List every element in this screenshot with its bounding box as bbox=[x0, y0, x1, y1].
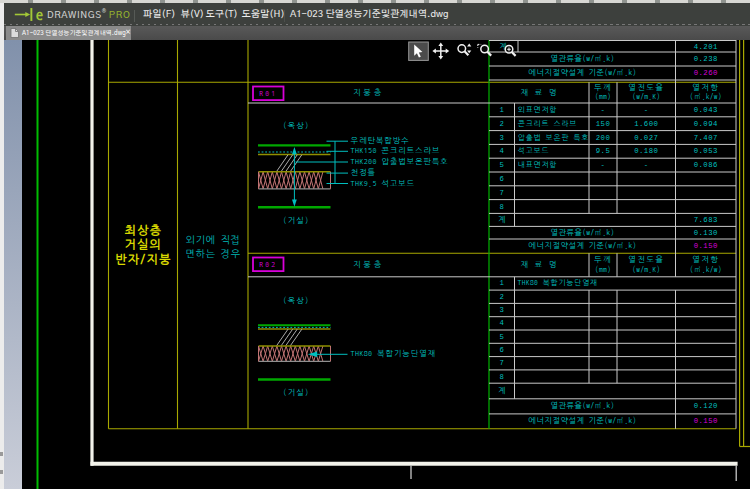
tab-close-icon[interactable]: × bbox=[126, 28, 131, 38]
row-resistance: 0.043 bbox=[694, 106, 718, 114]
col-header-thickness-unit: (mm) bbox=[595, 92, 611, 101]
diagram-below-label: (거실) bbox=[283, 216, 309, 225]
callout-label: THK9.5 석고보드 bbox=[351, 179, 415, 188]
sum-row-label: 계 bbox=[498, 386, 506, 395]
section-title: 지붕층 bbox=[353, 260, 384, 269]
logo-name: DRAWINGS® bbox=[47, 9, 107, 21]
detail-badge-label: R01 bbox=[259, 90, 277, 98]
dimension-arrow-down bbox=[292, 200, 297, 207]
row-material-name: 압출법 보온판 특호 bbox=[518, 134, 590, 142]
col-header-conductivity: 열전도율 bbox=[628, 83, 664, 92]
row-conductivity: - bbox=[644, 106, 649, 114]
callout-label: THK150 콘크리트스라브 bbox=[351, 146, 441, 155]
upper-e-value: 0.260 bbox=[694, 69, 718, 77]
titlebar-divider bbox=[134, 10, 135, 22]
col-header-resistance-unit: (㎡.k/w) bbox=[690, 92, 722, 101]
row-number: 4 bbox=[500, 147, 505, 155]
col-header-resistance-unit: (㎡.k/w) bbox=[690, 265, 722, 274]
cad-drawing: 계 4.201 열관류율(w/㎡.k) 0.238 에너지절약설계 기준(w/㎡… bbox=[0, 40, 750, 489]
upper-e-label: 에너지절약설계 기준(w/㎡.k) bbox=[528, 68, 636, 77]
leader-diagonal bbox=[281, 329, 293, 346]
row-thickness: - bbox=[601, 161, 606, 169]
condition-label: 외기에 직접 bbox=[185, 234, 240, 245]
leader-diagonal bbox=[277, 155, 289, 172]
row-number: 4 bbox=[500, 319, 505, 327]
e-standard-label: 에너지절약설계 기준(w/㎡.k) bbox=[528, 241, 636, 250]
leader-diagonal bbox=[286, 329, 298, 346]
e-standard-label: 에너지절약설계 기준(w/㎡.k) bbox=[528, 416, 636, 425]
col-header-name: 재 료 명 bbox=[520, 88, 558, 97]
row-resistance: 0.053 bbox=[694, 147, 718, 155]
leader-diagonal bbox=[290, 329, 302, 346]
tool-select-button[interactable] bbox=[409, 42, 429, 60]
row-material-name: 콘크리트 스라브 bbox=[518, 120, 578, 128]
row-material-name: THK80 복합기능단열재 bbox=[518, 279, 598, 287]
row-thickness: 200 bbox=[596, 134, 610, 142]
col-header-resistance: 열저항 bbox=[692, 255, 719, 264]
row-number: 3 bbox=[500, 306, 504, 314]
row-number: 8 bbox=[500, 373, 504, 381]
row-conductivity: - bbox=[644, 161, 649, 169]
row-conductivity: 0.180 bbox=[634, 147, 658, 155]
row-number: 1 bbox=[500, 279, 505, 287]
u-value: 0.120 bbox=[694, 402, 718, 410]
diagram-above-label: (옥상) bbox=[283, 296, 309, 305]
document-icon bbox=[10, 28, 19, 38]
section-title: 지붕층 bbox=[353, 88, 384, 97]
titlebar-divider bbox=[284, 10, 285, 22]
condition-label: 면하는 경우 bbox=[185, 248, 240, 259]
col-header-thickness-unit: (mm) bbox=[595, 265, 611, 274]
row-thickness: - bbox=[601, 106, 606, 114]
col-header-thickness: 두께 bbox=[594, 83, 612, 92]
tab-document[interactable]: A1-023 단열성능기준및관계내역.dwg × bbox=[6, 26, 131, 40]
row-thickness: 150 bbox=[596, 120, 610, 128]
row-number: 7 bbox=[500, 359, 504, 367]
logo-e: e bbox=[36, 8, 43, 22]
row-material-name: 석고보드 bbox=[518, 147, 550, 155]
leader-diagonal bbox=[286, 155, 298, 172]
row-resistance: 7.407 bbox=[694, 134, 718, 142]
row-number: 6 bbox=[500, 175, 504, 183]
row-number: 5 bbox=[500, 161, 504, 169]
diagram-above-label: (옥상) bbox=[283, 121, 309, 130]
logo-trademark: ® bbox=[102, 9, 107, 14]
upper-sum-value: 4.201 bbox=[694, 43, 718, 51]
dimension-arrow-up bbox=[292, 147, 297, 154]
tool-zoom-button[interactable] bbox=[458, 44, 471, 56]
col-header-conductivity-unit: (w/m.K) bbox=[632, 92, 660, 101]
diagram-below-label: (거실) bbox=[283, 388, 309, 397]
tabbar: A1-023 단열성능기준및관계내역.dwg × bbox=[4, 26, 750, 40]
callout-label: 우레탄복합방수 bbox=[351, 136, 410, 145]
row-number: 2 bbox=[500, 293, 504, 301]
leader-diagonal bbox=[281, 155, 293, 172]
row-number: 8 bbox=[500, 203, 504, 211]
logo-arrow-icon bbox=[14, 6, 35, 23]
row-number: 5 bbox=[500, 333, 504, 341]
row-resistance: 0.094 bbox=[694, 120, 718, 128]
callout-label: 천정틀 bbox=[351, 168, 376, 177]
callout-label: THK200 압출법보온판특호 bbox=[351, 157, 449, 166]
cad-geometry: 계 4.201 열관류율(w/㎡.k) 0.238 에너지절약설계 기준(w/㎡… bbox=[38, 40, 750, 489]
row-conductivity: 0.027 bbox=[634, 134, 658, 142]
col-header-name: 재 료 명 bbox=[520, 260, 558, 269]
callout-label: THK80 복합기능단열재 bbox=[351, 349, 436, 358]
row-conductivity: 1.600 bbox=[634, 120, 658, 128]
sum-row-value: 7.683 bbox=[694, 216, 718, 224]
row-number: 1 bbox=[500, 106, 505, 114]
row-number: 6 bbox=[500, 346, 504, 354]
tool-zoom-fit-button[interactable] bbox=[505, 46, 515, 56]
leader-diagonal bbox=[277, 329, 289, 346]
detail-badge-label: R02 bbox=[259, 261, 277, 269]
row-resistance: 0.086 bbox=[694, 161, 718, 169]
upper-u-label: 열관류율(w/㎡.k) bbox=[550, 54, 614, 63]
row-material-name: 외표면저항 bbox=[518, 106, 558, 114]
row-number: 2 bbox=[500, 120, 504, 128]
leader-diagonal bbox=[290, 155, 302, 172]
upper-u-value: 0.238 bbox=[694, 55, 718, 63]
u-value-label: 열관류율(w/㎡.k) bbox=[550, 228, 614, 237]
tool-pan-button[interactable] bbox=[432, 43, 449, 60]
row-number: 3 bbox=[500, 134, 504, 142]
col-header-resistance: 열저항 bbox=[692, 83, 719, 92]
app-logo: e DRAWINGS® PRO bbox=[14, 5, 131, 24]
row-thickness: 9.5 bbox=[596, 147, 610, 155]
